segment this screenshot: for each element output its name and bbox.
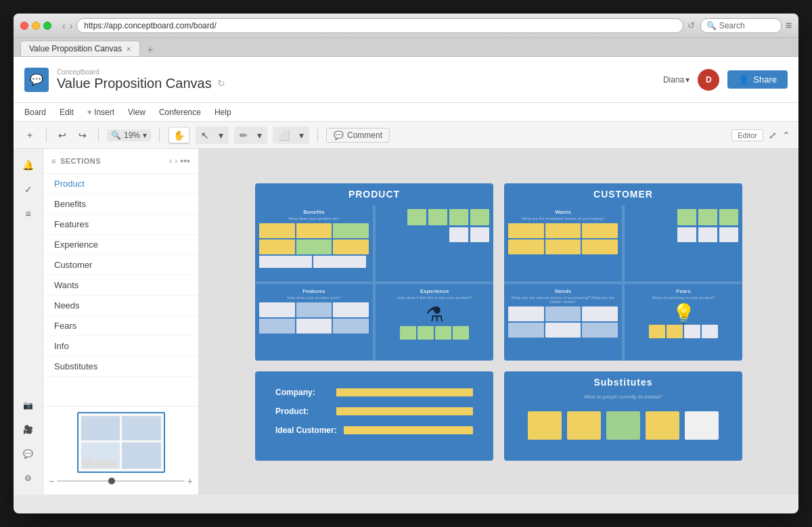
features-section: Features How does your product work?: [255, 284, 373, 361]
refresh-button[interactable]: ↺: [687, 20, 695, 30]
experience-sub: How does it feel like to use your produc…: [397, 296, 472, 300]
fears-section: Fears Risks of switching to your product…: [625, 284, 742, 361]
sidebar-notifications-button[interactable]: 🔔: [18, 154, 39, 176]
sidebar-settings-button[interactable]: ⚙: [18, 467, 39, 489]
substitutes-notes: [504, 400, 742, 451]
tab-close-button[interactable]: ✕: [126, 45, 131, 53]
select-dropdown-button[interactable]: ▾: [215, 128, 227, 143]
user-label: Diana ▾: [663, 75, 690, 85]
minimap-inner: [81, 416, 161, 469]
menu-conference[interactable]: Conference: [159, 108, 201, 117]
browser-window: ‹ › https://app.conceptboard.com/board/ …: [14, 14, 798, 513]
section-item-wants[interactable]: Wants: [43, 275, 198, 296]
app-menubar: Board Edit + Insert View Conference Help: [14, 103, 798, 122]
app-title-area: Conceptboard Value Proposition Canvas ↻: [57, 68, 225, 91]
select-tool-button[interactable]: ↖: [197, 128, 213, 143]
redo-button[interactable]: ↪: [75, 128, 90, 143]
info-row-company: Company:: [275, 388, 473, 397]
sidebar-video-button[interactable]: 🎥: [18, 419, 39, 440]
app-header: 💬 Conceptboard Value Proposition Canvas …: [14, 57, 798, 103]
section-item-fears[interactable]: Fears: [43, 316, 198, 336]
app-header-left: 💬 Conceptboard Value Proposition Canvas …: [24, 68, 225, 92]
forward-button[interactable]: ›: [70, 20, 73, 31]
address-bar[interactable]: https://app.conceptboard.com/board/: [76, 18, 683, 33]
share-icon: 👤: [738, 74, 749, 85]
zoom-control[interactable]: 🔍 19% ▾: [107, 129, 151, 141]
browser-titlebar: ‹ › https://app.conceptboard.com/board/ …: [14, 14, 798, 38]
sections-more-button[interactable]: •••: [180, 156, 190, 166]
canvas-area[interactable]: PRODUCT Benefits What does your product …: [199, 149, 798, 495]
section-item-customer[interactable]: Customer: [43, 255, 198, 275]
draw-dropdown-button[interactable]: ▾: [253, 128, 266, 143]
section-item-substitutes[interactable]: Substitutes: [43, 357, 198, 377]
needs-label: Needs: [508, 288, 618, 294]
sections-nav-right[interactable]: ›: [175, 156, 177, 166]
toolbar-separator-2: [98, 129, 99, 142]
features-label: Features: [259, 288, 369, 294]
section-item-features[interactable]: Features: [43, 214, 198, 235]
sidebar-sections-button[interactable]: ≡: [18, 203, 39, 225]
section-item-benefits[interactable]: Benefits: [43, 194, 198, 214]
info-product-label: Product:: [275, 407, 330, 416]
minimap: [77, 412, 165, 473]
collapse-button[interactable]: ⌃: [782, 130, 790, 141]
sub-note-2: [567, 411, 601, 440]
comment-button[interactable]: 💬 Comment: [326, 128, 390, 143]
sub-note-1: [528, 411, 562, 440]
expand-button[interactable]: ⤢: [769, 130, 777, 141]
menu-help[interactable]: Help: [215, 108, 231, 117]
section-item-info[interactable]: Info: [43, 336, 198, 357]
minimize-button[interactable]: [32, 22, 40, 30]
menu-edit[interactable]: Edit: [60, 108, 74, 117]
zoom-in-button[interactable]: +: [187, 476, 193, 486]
app-title: Value Proposition Canvas ↻: [57, 76, 225, 91]
browser-menu-button[interactable]: ≡: [786, 20, 792, 32]
tool-group-select: ↖ ▾: [196, 127, 229, 144]
refresh-title-icon[interactable]: ↻: [217, 78, 225, 89]
product-title: PRODUCT: [348, 189, 400, 200]
frame-dropdown-button[interactable]: ▾: [295, 128, 308, 143]
info-row-product: Product:: [275, 407, 473, 416]
app-toolbar: ＋ ↩ ↪ 🔍 19% ▾ ✋ ↖ ▾ ✏ ▾ ⬜: [14, 122, 798, 149]
zoom-slider-thumb: [108, 478, 115, 484]
zoom-out-button[interactable]: −: [49, 476, 54, 486]
zoom-slider[interactable]: [57, 480, 185, 482]
pan-tool-button[interactable]: ✋: [169, 128, 189, 143]
menu-insert[interactable]: + Insert: [87, 108, 114, 117]
app-logo: 💬: [24, 68, 49, 92]
fullscreen-button[interactable]: [43, 22, 51, 30]
toolbar-separator-1: [46, 129, 47, 142]
back-button[interactable]: ‹: [62, 20, 66, 31]
traffic-lights: [20, 22, 51, 30]
benefits-label: Benefits: [259, 209, 369, 215]
sidebar-tasks-button[interactable]: ✓: [18, 179, 39, 200]
share-button[interactable]: 👤 Share: [727, 70, 788, 89]
menu-board[interactable]: Board: [24, 108, 46, 117]
wants-label: Wants: [508, 209, 618, 215]
wants-section: Wants What are the emotional drivers of …: [504, 205, 622, 281]
section-item-product[interactable]: Product: [43, 174, 198, 194]
editor-badge: Editor: [731, 129, 763, 141]
sections-nav-left[interactable]: ‹: [169, 156, 172, 166]
minimap-cell-4: [122, 442, 161, 469]
browser-tab[interactable]: Value Proposition Canvas ✕: [20, 41, 140, 56]
draw-tool-button[interactable]: ✏: [235, 128, 252, 143]
sidebar-chat-button[interactable]: 💬: [18, 443, 39, 465]
app-company: Conceptboard: [57, 68, 225, 76]
add-button[interactable]: ＋: [22, 127, 38, 143]
info-ideal-label: Ideal Customer:: [275, 426, 337, 435]
section-item-needs[interactable]: Needs: [43, 296, 198, 316]
customer-card: CUSTOMER Wants What are the emotional dr…: [504, 183, 742, 361]
section-item-experience[interactable]: Experience: [43, 235, 198, 255]
experience-section: Experience How does it feel like to use …: [376, 284, 493, 361]
undo-button[interactable]: ↩: [55, 128, 70, 143]
frame-tool-button[interactable]: ⬜: [274, 128, 294, 143]
substitutes-sub: What do people currently do instead?: [504, 393, 742, 400]
user-avatar[interactable]: D: [698, 69, 719, 91]
browser-search-box[interactable]: 🔍 Search: [700, 18, 782, 33]
close-button[interactable]: [20, 22, 28, 30]
sidebar-screenshot-button[interactable]: 📷: [18, 394, 39, 416]
new-tab-button[interactable]: +: [147, 44, 153, 56]
menu-view[interactable]: View: [128, 108, 145, 117]
comment-icon: 💬: [334, 131, 344, 140]
